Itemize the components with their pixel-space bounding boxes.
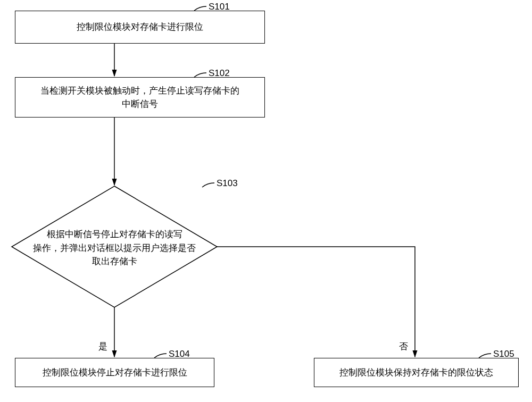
label-s101: S101 [209, 2, 230, 12]
label-s102: S102 [209, 68, 230, 79]
label-s103: S103 [217, 178, 238, 189]
node-s103-line2: 操作，并弹出对话框以提示用户选择是否 [32, 241, 197, 255]
node-s103: 根据中断信号停止对存储卡的读写 操作，并弹出对话框以提示用户选择是否 取出存储卡 [32, 228, 197, 269]
edge-label-yes: 是 [98, 340, 107, 353]
node-s104: 控制限位模块停止对存储卡进行限位 [15, 358, 214, 387]
node-s103-line1: 根据中断信号停止对存储卡的读写 [32, 228, 197, 241]
node-s102-text: 当检测开关模块被触动时，产生停止读写存储卡的 中断信号 [40, 84, 239, 111]
node-s101-text: 控制限位模块对存储卡进行限位 [77, 20, 203, 34]
node-s104-text: 控制限位模块停止对存储卡进行限位 [43, 366, 187, 380]
node-s105-text: 控制限位模块保持对存储卡的限位状态 [339, 366, 493, 380]
flowchart-svg [0, 0, 532, 402]
edge-label-no: 否 [399, 340, 408, 353]
node-s105: 控制限位模块保持对存储卡的限位状态 [314, 358, 519, 387]
label-s104: S104 [169, 349, 190, 359]
node-s101: 控制限位模块对存储卡进行限位 [15, 11, 265, 44]
node-s102: 当检测开关模块被触动时，产生停止读写存储卡的 中断信号 [15, 77, 265, 118]
node-s103-line3: 取出存储卡 [32, 255, 197, 269]
label-s105: S105 [493, 349, 514, 359]
